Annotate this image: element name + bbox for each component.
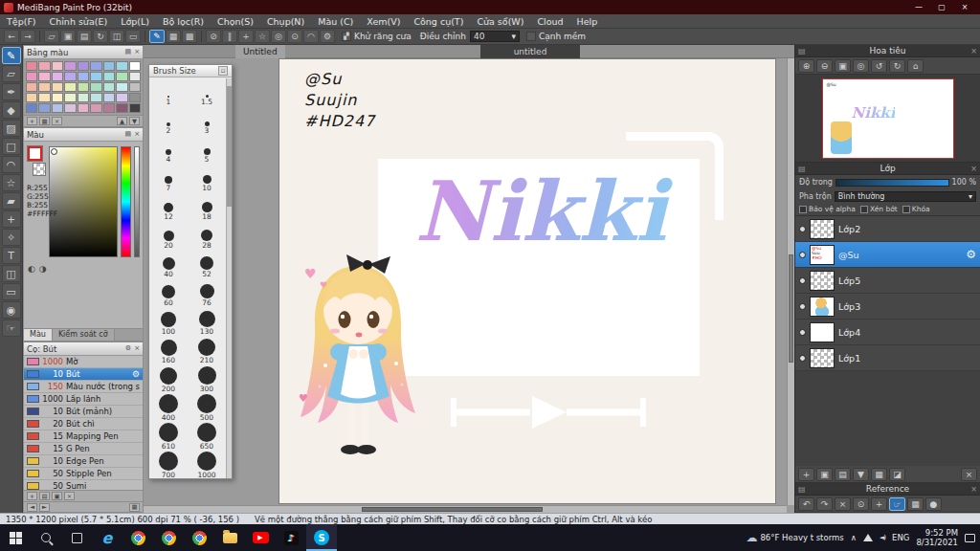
brush-size-option-400[interactable]: 400 (149, 394, 188, 423)
taskbar-app-chrome-1[interactable] (122, 524, 153, 551)
brush-item-6[interactable]: 15Mapping Pen (24, 430, 143, 443)
panel-dock-icon[interactable]: ▤ (125, 128, 132, 141)
taskbar-app-chrome-3[interactable] (184, 524, 214, 551)
taskbar-app-file-explorer[interactable] (214, 524, 245, 551)
fill-tool-icon[interactable]: ◆ (2, 101, 21, 119)
palette-swatch-30[interactable] (64, 93, 76, 102)
task-view-button[interactable] (61, 524, 92, 551)
layer-visibility-dot[interactable] (799, 226, 806, 232)
canvas[interactable]: @Su Suujin #HD247 Nikki (279, 59, 775, 503)
brush-item-1[interactable]: 10Bút⚙ (24, 368, 143, 381)
layer-folder-icon[interactable]: ▤ (835, 468, 851, 481)
layer-visibility-dot[interactable] (799, 329, 806, 336)
palette-swatch-27[interactable] (26, 93, 37, 102)
panel-close-icon[interactable]: × (970, 485, 977, 494)
palette-delete-icon[interactable]: × (52, 117, 62, 125)
pixel-grid-icon[interactable]: ▩ (182, 30, 197, 43)
panel-close-icon[interactable]: × (134, 342, 140, 355)
opacity-slider-vertical[interactable] (134, 146, 140, 257)
brush-size-option-10[interactable]: 10 (188, 165, 226, 193)
palette-swatch-25[interactable] (116, 82, 127, 92)
brush-size-option-500[interactable]: 500 (188, 394, 226, 423)
saturation-value-box[interactable] (49, 146, 118, 257)
brush-scroll-right-icon[interactable]: ► (39, 503, 50, 512)
panel-close-icon[interactable]: × (970, 47, 977, 55)
brush-size-option-1000[interactable]: 1000 (188, 452, 226, 480)
grid-icon[interactable]: ▦ (166, 30, 181, 43)
taskbar-app-youtube[interactable]: ▶ (245, 524, 276, 551)
close-button[interactable]: × (953, 0, 976, 14)
undo-icon[interactable]: ← (4, 30, 19, 43)
snap-radial-icon[interactable]: ◎ (271, 30, 286, 43)
layer-color-icon[interactable]: ◪ (889, 468, 905, 481)
brush-size-option-210[interactable]: 210 (188, 337, 226, 365)
blend-mode-dropdown[interactable]: Bình thường ▾ (835, 191, 976, 202)
language-indicator[interactable]: ENG (892, 533, 909, 542)
brush-size-option-100[interactable]: 100 (149, 308, 188, 337)
menu-item-11[interactable]: Help (570, 14, 605, 29)
layer-row-1[interactable]: @SuSuu#HD@Su⚙ (795, 242, 980, 268)
palette-swatch-35[interactable] (129, 93, 141, 102)
hsv-mode-icon[interactable]: ◑ (39, 264, 47, 274)
select-pen-tool-icon[interactable]: ▰ (2, 192, 21, 209)
foreground-color-swatch[interactable] (28, 146, 42, 161)
magic-wand-tool-icon[interactable]: ☆ (2, 174, 21, 191)
minimize-button[interactable]: — (907, 0, 930, 14)
brush-list-mode-icon[interactable]: ▦ (129, 503, 140, 512)
palette-add-icon[interactable]: + (27, 117, 37, 125)
brush-size-option-7[interactable]: 7 (149, 165, 188, 193)
panel-dock-icon[interactable]: ▤ (125, 46, 132, 58)
palette-swatch-36[interactable] (26, 103, 37, 113)
network-icon[interactable] (863, 534, 873, 541)
palette-swatch-11[interactable] (52, 72, 63, 81)
layer-checkbox-1[interactable]: Xén bớt (860, 205, 898, 213)
tray-expand-icon[interactable]: ∧ (851, 533, 857, 542)
brush-size-option-20[interactable]: 20 (149, 222, 188, 251)
palette-swatch-31[interactable] (78, 93, 89, 102)
palette-swatch-12[interactable] (64, 72, 76, 81)
move-tool-icon[interactable]: + (2, 210, 21, 228)
brush-item-8[interactable]: 10Edge Pen (24, 455, 143, 468)
snap-cross-icon[interactable]: + (238, 30, 254, 43)
menu-item-5[interactable]: Chụp(N) (260, 14, 311, 29)
brush-size-option-2[interactable]: 2 (149, 107, 188, 136)
color-cursor[interactable] (51, 148, 57, 155)
ref-undo-icon[interactable]: ↶ (798, 497, 814, 511)
merge-down-icon[interactable]: ▼ (853, 468, 869, 481)
delete-brush-icon[interactable]: × (64, 492, 75, 500)
maximize-button[interactable]: ▢ (930, 0, 953, 14)
brush-size-option-650[interactable]: 650 (188, 423, 226, 452)
paste-icon[interactable]: ▤ (77, 30, 92, 43)
pen-tool-icon[interactable]: ✒ (2, 83, 21, 100)
brush-size-option-130[interactable]: 130 (188, 308, 226, 337)
nav-actual-size-icon[interactable]: ◎ (853, 59, 869, 73)
save-brush-icon[interactable]: ▣ (52, 492, 62, 500)
brush-size-option-76[interactable]: 76 (188, 279, 226, 308)
layer-row-5[interactable]: Lớp1 (795, 345, 980, 371)
snap-vanishing-icon[interactable]: ☆ (255, 30, 270, 43)
palette-swatch-15[interactable] (103, 72, 115, 81)
rgb-mode-icon[interactable]: ◐ (28, 264, 35, 274)
palette-swatch-10[interactable] (38, 72, 50, 81)
layer-row-4[interactable]: Lớp4 (795, 320, 980, 345)
panel-dock-icon[interactable]: ▤ (798, 47, 806, 55)
brush-folder-icon[interactable]: ▤ (39, 492, 50, 500)
nav-zoom-in-icon[interactable]: ⊕ (798, 59, 814, 73)
brush-size-option-40[interactable]: 40 (149, 251, 188, 279)
transform-icon[interactable]: ▱ (44, 30, 59, 43)
brush-size-option-160[interactable]: 160 (149, 337, 188, 365)
lasso-tool-icon[interactable]: ◠ (2, 156, 21, 173)
palette-swatch-5[interactable] (90, 61, 101, 71)
layer-row-2[interactable]: Lớp5 (795, 268, 980, 294)
brush-size-option-1.5[interactable]: 1.5 (188, 78, 226, 107)
scrollbar-thumb[interactable] (227, 86, 232, 206)
layer-settings-gear-icon[interactable]: ⚙ (966, 248, 976, 261)
brush-size-option-12[interactable]: 12 (149, 193, 188, 222)
palette-swatch-13[interactable] (78, 72, 89, 81)
taskbar-app-chrome-2[interactable] (153, 524, 184, 551)
tab-color[interactable]: Màu (24, 329, 53, 341)
document-tab[interactable]: Untitled (235, 45, 285, 58)
brush-item-9[interactable]: 50Stipple Pen (24, 468, 143, 480)
brush-size-option-610[interactable]: 610 (149, 423, 188, 452)
ref-grid-icon[interactable]: ▦ (907, 497, 924, 511)
